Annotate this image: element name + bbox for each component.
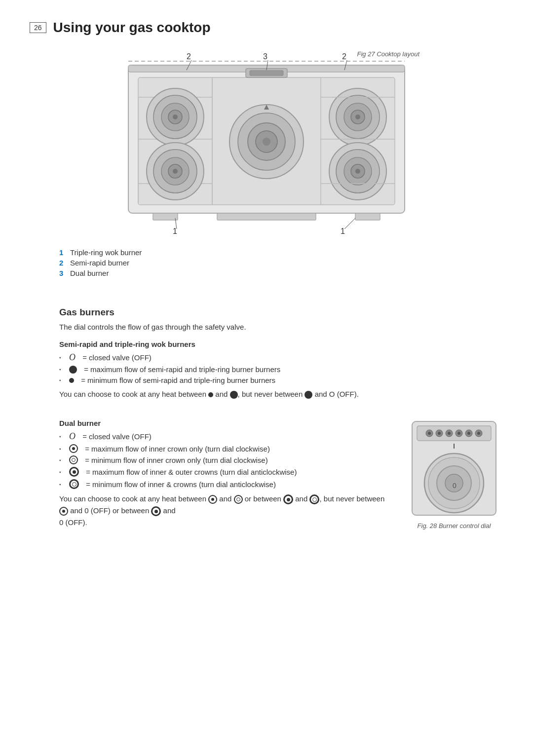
dual-text-4: = maximum flow of inner & outer crowns (… xyxy=(84,468,297,476)
gas-burners-title: Gas burners xyxy=(59,307,503,318)
semi-rapid-bullet-3: = minimum flow of semi-rapid and triple-… xyxy=(59,376,503,384)
svg-rect-5 xyxy=(250,71,283,76)
gas-burners-desc: The dial controls the flow of gas throug… xyxy=(59,323,503,331)
dual-bullet-1: O = closed valve (OFF) xyxy=(59,431,390,442)
dual-burner-content: Dual burner O = closed valve (OFF) = max… xyxy=(30,419,390,537)
dual-burner-bullets: O = closed valve (OFF) = maximum flow of… xyxy=(59,431,390,489)
dial-wrap: 0 Fig. 28 Burner control dial xyxy=(405,419,503,529)
cooktop-diagram-wrap: 2 3 2 1 1 Fig 27 Cooktop layout xyxy=(114,50,419,239)
semi-rapid-text-2: = maximum flow of semi-rapid and triple-… xyxy=(82,365,280,374)
cooktop-legend: 1 Triple-ring wok burner 2 Semi-rapid bu… xyxy=(59,248,503,277)
zero-icon-2: O xyxy=(69,431,76,442)
fig28-caption: Fig. 28 Burner control dial xyxy=(405,522,503,529)
page-number: 26 xyxy=(30,22,46,33)
dual-text-2: = maximum flow of inner crown only (turn… xyxy=(83,445,270,453)
dual-text-1: = closed valve (OFF) xyxy=(80,432,152,441)
inline-outer-dot-2 xyxy=(151,506,161,516)
svg-rect-44 xyxy=(355,213,380,220)
svg-text:2: 2 xyxy=(342,52,346,61)
dial-illustration: 0 xyxy=(410,419,498,518)
legend-text-2: Semi-rapid burner xyxy=(70,259,129,267)
inline-filled-2 xyxy=(305,391,312,399)
page-title: Using your gas cooktop xyxy=(53,20,211,36)
semi-rapid-para: You can choose to cook at any heat betwe… xyxy=(59,388,503,400)
svg-point-68 xyxy=(477,432,480,435)
inner-dot-icon-1 xyxy=(69,444,78,453)
svg-point-27 xyxy=(263,138,270,146)
legend-item-1: 1 Triple-ring wok burner xyxy=(59,248,503,257)
svg-point-33 xyxy=(355,114,360,119)
svg-rect-43 xyxy=(217,213,316,220)
svg-point-20 xyxy=(173,169,178,174)
legend-num-2: 2 xyxy=(59,259,66,267)
dual-text-5: = minimum flow of inner & crowns (turn d… xyxy=(84,480,276,489)
svg-line-54 xyxy=(344,218,355,229)
svg-text:2: 2 xyxy=(187,52,191,61)
legend-item-3: 3 Dual burner xyxy=(59,269,503,277)
inline-inner-ring-1 xyxy=(234,495,243,504)
zero-icon-1: O xyxy=(69,352,76,363)
inline-filled-1 xyxy=(230,391,238,399)
legend-text-1: Triple-ring wok burner xyxy=(70,248,142,257)
svg-point-60 xyxy=(438,432,441,435)
dual-burner-subtitle: Dual burner xyxy=(59,419,390,427)
outer-ring-icon-1 xyxy=(69,479,79,489)
svg-text:1: 1 xyxy=(341,227,345,235)
svg-point-62 xyxy=(448,432,451,435)
filled-circle-icon-1 xyxy=(69,366,77,374)
inline-small-dot-1 xyxy=(208,392,213,397)
svg-rect-42 xyxy=(153,213,178,220)
inline-inner-dot-1 xyxy=(208,495,217,504)
inline-inner-dot-2 xyxy=(59,507,68,516)
svg-point-66 xyxy=(467,432,470,435)
bottom-section: Dual burner O = closed valve (OFF) = max… xyxy=(30,419,503,537)
legend-num-1: 1 xyxy=(59,248,66,257)
legend-text-3: Dual burner xyxy=(70,269,109,277)
dual-text-3: = minimum flow of inner crown only (turn… xyxy=(83,456,268,464)
inner-ring-icon-1 xyxy=(69,455,78,464)
fig27-caption: Fig 27 Cooktop layout xyxy=(357,50,419,58)
svg-point-64 xyxy=(457,432,460,435)
svg-point-58 xyxy=(428,432,431,435)
dual-bullet-3: = minimum flow of inner crown only (turn… xyxy=(59,455,390,464)
semi-rapid-text-1: = closed valve (OFF) xyxy=(80,353,152,362)
semi-rapid-subtitle: Semi-rapid and triple-ring wok burners xyxy=(59,340,503,348)
page-header: 26 Using your gas cooktop xyxy=(30,20,503,36)
outer-dot-icon-1 xyxy=(69,467,79,477)
svg-point-15 xyxy=(173,114,178,119)
svg-text:3: 3 xyxy=(263,52,267,61)
dual-bullet-5: = minimum flow of inner & crowns (turn d… xyxy=(59,479,390,489)
svg-text:0: 0 xyxy=(453,482,457,490)
inline-outer-ring-1 xyxy=(309,494,319,504)
dual-bullet-2: = maximum flow of inner crown only (turn… xyxy=(59,444,390,453)
small-filled-circle-icon-1 xyxy=(69,378,74,383)
semi-rapid-bullets: O = closed valve (OFF) = maximum flow of… xyxy=(59,352,503,384)
legend-item-2: 2 Semi-rapid burner xyxy=(59,259,503,267)
inline-outer-dot-1 xyxy=(283,494,293,504)
cooktop-illustration: 2 3 2 1 1 xyxy=(114,50,419,238)
semi-rapid-bullet-1: O = closed valve (OFF) xyxy=(59,352,503,363)
dual-burner-para: You can choose to cook at any heat betwe… xyxy=(59,493,390,529)
semi-rapid-text-3: = minimum flow of semi-rapid and triple-… xyxy=(79,376,275,384)
dual-bullet-4: = maximum flow of inner & outer crowns (… xyxy=(59,467,390,477)
semi-rapid-bullet-2: = maximum flow of semi-rapid and triple-… xyxy=(59,365,503,374)
cooktop-diagram: 2 3 2 1 1 Fig 27 Cooktop layout xyxy=(30,50,503,239)
svg-point-38 xyxy=(355,169,360,174)
legend-num-3: 3 xyxy=(59,269,66,277)
